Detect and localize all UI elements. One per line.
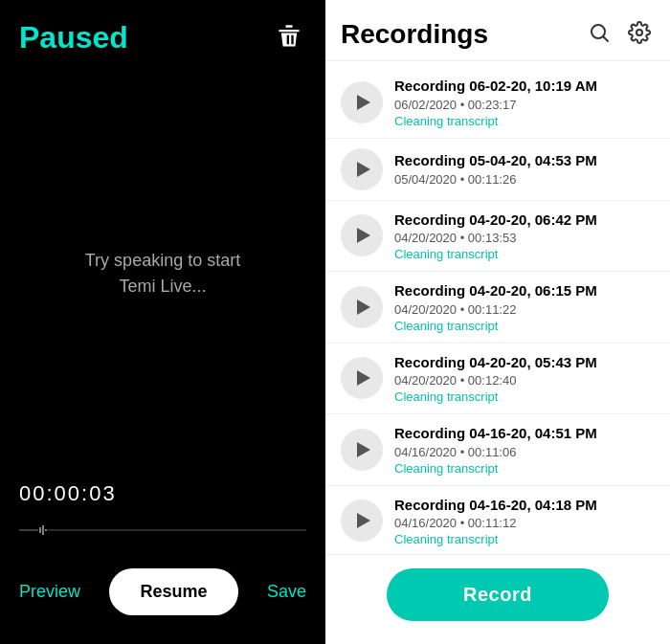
svg-point-7 [636,30,642,35]
recording-name: Recording 04-20-20, 06:42 PM [394,211,655,230]
resume-button[interactable]: Resume [109,568,237,615]
recording-name: Recording 06-02-20, 10:19 AM [394,77,655,96]
left-main: Try speaking to start Temi Live... [0,66,325,481]
play-triangle-icon [357,162,370,177]
recording-status: Cleaning transcript [394,247,655,261]
settings-button[interactable] [624,17,655,51]
recordings-title: Recordings [341,19,488,50]
recording-item: Recording 05-04-20, 04:53 PM05/04/2020 •… [325,139,670,201]
play-button-2[interactable] [341,214,383,256]
recording-item: Recording 04-16-20, 04:51 PM04/16/2020 •… [325,414,670,486]
recordings-list: Recording 06-02-20, 10:19 AM06/02/2020 •… [325,61,670,554]
play-triangle-icon [357,95,370,110]
paused-title: Paused [19,20,128,56]
recording-status: Cleaning transcript [394,114,655,128]
play-button-3[interactable] [341,286,383,328]
right-panel: Recordings Recording 06-02-20, 10:19 AM0… [325,0,670,644]
recording-name: Recording 04-20-20, 06:15 PM [394,281,655,300]
play-triangle-icon [357,228,370,243]
recording-info: Recording 05-04-20, 04:53 PM05/04/2020 •… [394,151,655,187]
right-header: Recordings [325,0,670,61]
timer-area: 00:00:03 [0,481,325,554]
record-button[interactable]: Record [387,568,609,621]
recording-status: Cleaning transcript [394,532,655,546]
recording-name: Recording 04-16-20, 04:18 PM [394,496,655,515]
header-icons [584,17,655,51]
recording-date: 04/16/2020 • 00:11:12 [394,516,655,530]
recording-info: Recording 04-20-20, 06:15 PM04/20/2020 •… [394,281,655,333]
play-button-6[interactable] [341,500,383,542]
recording-status: Cleaning transcript [394,319,655,333]
recording-date: 05/04/2020 • 00:11:26 [394,172,655,187]
recording-name: Recording 04-20-20, 05:43 PM [394,353,655,372]
recording-date: 04/16/2020 • 00:11:06 [394,445,655,459]
recording-info: Recording 04-16-20, 04:18 PM04/16/2020 •… [394,496,655,547]
left-footer: Preview Resume Save [0,554,325,644]
recording-item: Recording 06-02-20, 10:19 AM06/02/2020 •… [325,67,670,139]
left-panel: Paused Try speaking to start Temi Live..… [0,0,325,644]
recording-info: Recording 04-20-20, 06:42 PM04/20/2020 •… [394,211,655,262]
gear-icon [628,21,651,44]
search-icon [588,21,611,44]
recording-date: 04/20/2020 • 00:13:53 [394,231,655,245]
play-triangle-icon [357,442,370,457]
play-button-0[interactable] [341,81,383,123]
search-button[interactable] [584,17,614,51]
play-triangle-icon [357,370,370,386]
svg-line-6 [604,37,609,42]
recording-item: Recording 04-20-20, 05:43 PM04/20/2020 •… [325,344,670,415]
recording-item: Recording 04-16-20, 04:18 PM04/16/2020 •… [325,486,670,555]
recording-name: Recording 05-04-20, 04:53 PM [394,151,655,170]
recording-item: Recording 04-20-20, 06:42 PM04/20/2020 •… [325,201,670,273]
recording-info: Recording 04-16-20, 04:51 PM04/16/2020 •… [394,424,655,476]
recording-name: Recording 04-16-20, 04:51 PM [394,424,655,443]
recording-date: 04/20/2020 • 00:11:22 [394,302,655,317]
right-footer: Record [325,554,670,644]
recording-info: Recording 06-02-20, 10:19 AM06/02/2020 •… [394,77,655,128]
recording-date: 06/02/2020 • 00:23:17 [394,98,655,112]
waveform-svg [19,516,306,544]
play-triangle-icon [357,300,370,315]
trash-icon [276,23,302,50]
recording-date: 04/20/2020 • 00:12:40 [394,373,655,388]
recording-item: Recording 04-20-20, 06:15 PM04/20/2020 •… [325,272,670,344]
play-button-1[interactable] [341,148,383,190]
waveform [19,516,306,544]
preview-button[interactable]: Preview [19,582,80,602]
recording-status: Cleaning transcript [394,461,655,476]
save-button[interactable]: Save [267,582,306,602]
delete-button[interactable] [272,19,306,56]
left-header: Paused [0,0,325,66]
recording-info: Recording 04-20-20, 05:43 PM04/20/2020 •… [394,353,655,405]
play-button-5[interactable] [341,429,383,471]
play-triangle-icon [357,513,370,528]
recording-status: Cleaning transcript [394,389,655,404]
play-button-4[interactable] [341,357,383,399]
speaking-hint: Try speaking to start Temi Live... [85,248,240,300]
timer-display: 00:00:03 [19,481,306,506]
